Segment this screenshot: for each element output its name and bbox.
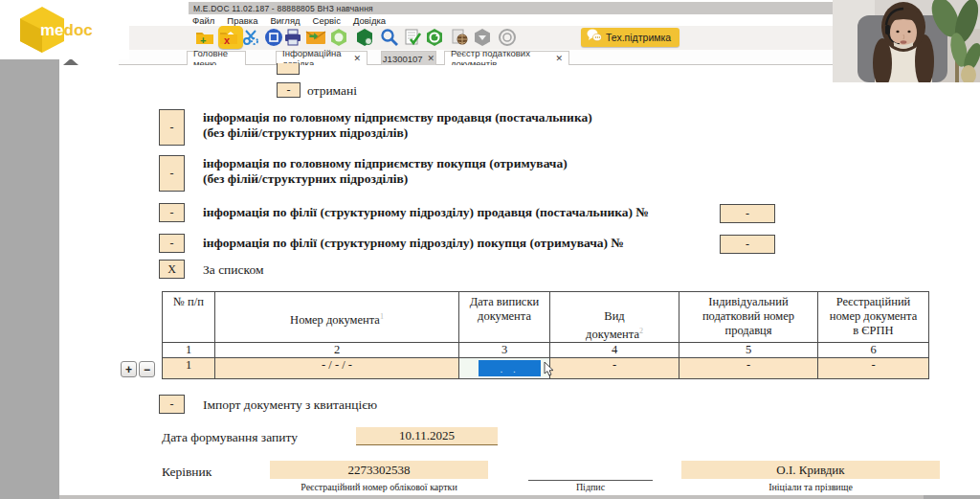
cell-reg-number[interactable]: - [818,358,929,379]
checkbox-seller-branch[interactable]: - [159,203,185,222]
close-icon[interactable]: ✕ [353,55,361,63]
checkbox-by-list[interactable]: X [159,260,185,279]
col-header-doc-number: Номер документа1 [215,292,459,343]
tab-tax-register[interactable]: Реєстр податкових документів ✕ [444,51,569,65]
tab-main-menu[interactable]: Головне меню [187,51,246,65]
support-button-label: Тех.підтримка [606,32,671,43]
document-form: - отримані - інформація по головному під… [119,65,980,495]
download-hex-icon[interactable] [472,27,493,48]
mouse-cursor [544,362,555,377]
date-input-selected[interactable]: . . [479,360,541,376]
menu-view[interactable]: Вигляд [270,15,300,26]
seller-branch-number-field[interactable]: - [720,204,775,223]
reg-card-number-field[interactable]: 2273302538 [270,461,488,479]
menu-service[interactable]: Сервіс [313,15,341,26]
label-seller-main: інформація по головному підприємству про… [203,110,592,141]
col-header-tax-number: Індивідуальний податковий номер продавця [679,292,818,343]
support-button[interactable]: Тех.підтримка [581,28,679,47]
col-header-reg-number: Реєстраційний номер документа в ЄРПН [818,292,929,343]
label-line1: інформація по головному підприємству пок… [203,156,568,170]
col-number: 6 [818,343,929,358]
footnote-mark: 1 [380,312,384,321]
export-document-icon[interactable] [449,27,470,48]
delete-folder-icon[interactable]: x [218,27,239,48]
request-date-field[interactable]: 10.11.2025 [356,427,498,445]
checkbox-import[interactable]: - [159,395,185,414]
logo-me: me [40,21,64,39]
col-header-date: Дата виписки документа [459,292,550,343]
reg-card-sublabel: Реєстраційний номер облікової картки [270,482,488,492]
remove-row-button[interactable]: − [139,361,155,377]
collapse-panel-arrow[interactable] [63,58,78,65]
medoc-logo-text: medoc [40,21,93,40]
verify-document-icon[interactable] [402,27,423,48]
label-by-list: За списком [203,262,263,278]
col-number: 3 [459,343,550,358]
new-folder-icon[interactable]: + [194,27,215,48]
checkbox-received[interactable]: - [277,82,301,98]
label-received: отримані [307,83,357,99]
cell-date[interactable]: . . [459,358,550,379]
cell-row-number: 1 [163,358,215,379]
label-seller-branch: інформація по філії (структурному підроз… [203,205,649,220]
support-chat-icon [587,29,602,46]
window-title: М.Е.DOC 11.02.187 - 88888805 ВНЗ навчанн… [193,4,373,13]
sign-ring-icon[interactable] [328,27,349,48]
checkbox-seller-main[interactable]: - [159,109,185,146]
print-icon[interactable] [282,27,303,48]
copy-icon[interactable] [263,27,284,48]
menubar: Файл Правка Вигляд Сервіс Довідка [192,14,386,26]
svg-text:+: + [200,34,206,46]
name-field[interactable]: О.І. Кривдик [681,461,940,479]
medoc-logo-panel: medoc [0,0,129,59]
refresh-icon[interactable] [424,27,445,48]
table-colnum-row: 1 2 3 4 5 6 [163,343,929,358]
col-header-num: № п/п [163,292,215,343]
header-text: Номер документа [290,313,380,327]
tab-label: J1300107 [383,54,423,64]
menu-help[interactable]: Довідка [353,15,386,26]
label-import: Імпорт документу з квитанцією [203,397,377,413]
logo-doc: doc [64,21,93,39]
presenter-image [833,0,980,82]
footnote-mark: 2 [639,327,643,335]
search-icon[interactable] [379,27,400,48]
add-row-button[interactable]: + [121,361,137,377]
col-header-type: Вид документа2 [550,292,679,343]
table-header-row: № п/п Номер документа1 Дата виписки доку… [163,292,929,343]
buyer-branch-number-field[interactable]: - [720,235,775,254]
role-label: Керівник [162,465,212,480]
label-buyer-main: інформація по головному підприємству пок… [203,156,568,187]
tab-j1300107[interactable]: J1300107 ✕ [381,51,436,65]
col-number: 4 [550,343,679,358]
cell-tax-number[interactable]: - [679,358,818,379]
cell-doc-number[interactable]: - / - / - [215,358,459,379]
cell-doc-type[interactable]: - [550,358,679,379]
checkbox-buyer-main[interactable]: - [159,155,185,192]
cut-icon[interactable] [240,27,261,48]
col-number: 1 [163,343,215,358]
name-sublabel: Ініціали та прізвище [681,482,940,492]
signature-line [528,480,653,481]
svg-text:x: x [224,34,231,46]
label-line2: (без філій/структурних підрозділів) [203,171,408,186]
close-icon[interactable]: ✕ [428,55,435,63]
label-line1: інформація по головному підприємству про… [203,110,592,125]
col-number: 5 [679,343,818,358]
webcam-video [833,0,980,82]
close-icon[interactable]: ✕ [555,55,563,63]
window-bottom-edge [59,495,924,499]
checkbox-buyer-branch[interactable]: - [159,234,185,253]
medoc-window: М.Е.DOC 11.02.187 - 88888805 ВНЗ навчанн… [59,0,924,499]
send-mail-icon[interactable] [305,27,326,48]
request-date-label: Дата формування запиту [162,430,298,445]
menu-file[interactable]: Файл [192,15,214,26]
label-buyer-branch: інформація по філії (структурному підроз… [203,236,624,251]
header-text: Вид документа [586,309,639,341]
checkbox-partial[interactable] [277,63,300,75]
menu-edit[interactable]: Правка [227,15,257,26]
stamp-seal-icon[interactable] [354,27,375,48]
col-number: 2 [215,343,459,358]
seal-disabled-icon[interactable] [497,27,518,48]
signature-sublabel: Підпис [528,482,653,492]
